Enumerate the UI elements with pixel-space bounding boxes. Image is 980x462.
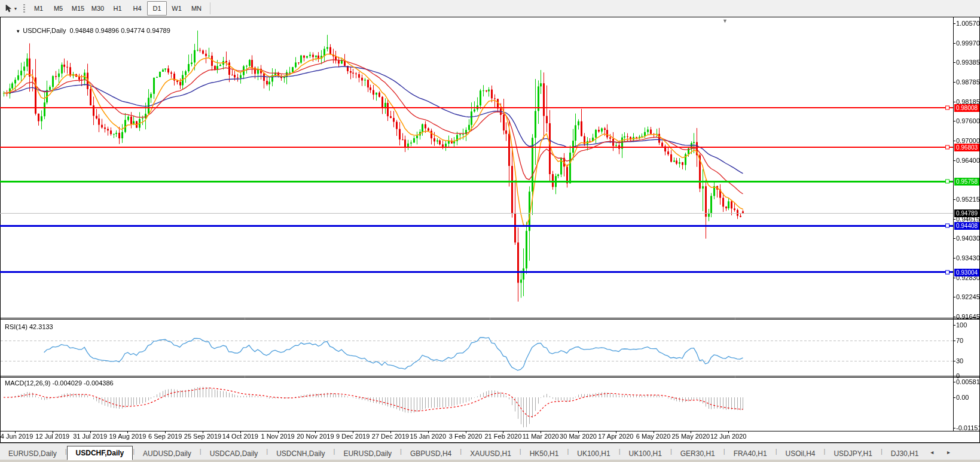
chart-tab-usoil-h4[interactable]: USOil,H4: [777, 448, 824, 460]
support-resistance-line[interactable]: [0, 225, 953, 227]
chart-tab-dj30-h1[interactable]: DJ30,H1: [883, 448, 927, 460]
timeframe-button-group: M1M5M15M30H1H4D1W1MN: [29, 1, 206, 16]
macd-axis-tick-label: 0.00: [956, 394, 969, 401]
timeframe-button-m5[interactable]: M5: [48, 1, 68, 16]
timeframe-button-d1[interactable]: D1: [147, 1, 167, 16]
price-chart-canvas[interactable]: [0, 17, 980, 443]
rsi-axis-tick-label: 70: [956, 337, 963, 344]
chart-tab-usdcad-daily[interactable]: USDCAD,Daily: [202, 448, 267, 460]
chart-tab-hk50-h1[interactable]: HK50,H1: [521, 448, 567, 460]
line-drag-handle[interactable]: [945, 180, 950, 184]
price-axis-tick-label: 1.00570: [956, 20, 980, 27]
price-axis-tick-label: 0.99385: [956, 59, 980, 66]
chart-tab-ger30-h1[interactable]: GER30,H1: [672, 448, 723, 460]
timeframe-button-m15[interactable]: M15: [68, 1, 88, 16]
cursor-tool-button[interactable]: ▾: [2, 3, 19, 14]
timeframe-button-m30[interactable]: M30: [88, 1, 108, 16]
rsi-axis-tick-label: 30: [956, 357, 963, 364]
price-axis-tick-label: 0.97600: [956, 117, 980, 124]
line-drag-handle[interactable]: [945, 270, 950, 274]
window-bottom-strip: [0, 460, 980, 462]
line-price-tag: 0.93004: [954, 269, 979, 276]
chart-tab-audusd-daily[interactable]: AUDUSD,Daily: [135, 448, 200, 460]
tab-scroll-arrows[interactable]: ◂ ▸: [930, 449, 956, 455]
chart-tab-bar: EURUSD,Daily|USDCHF,Daily|AUDUSD,Daily|U…: [0, 443, 980, 460]
chart-tab-gbpusd-h4[interactable]: GBPUSD,H4: [402, 448, 460, 460]
date-axis-label: 25 Sep 2019: [184, 433, 221, 440]
support-resistance-line[interactable]: [0, 181, 953, 183]
macd-axis-tick-label: -0.011514: [956, 424, 980, 431]
macd-axis-tick-label: 0.005818: [956, 378, 980, 385]
macd-indicator-label: MACD(12,26,9) -0.004029 -0.004386: [5, 379, 114, 387]
price-axis-tick-label: 0.93430: [956, 254, 980, 262]
timeframe-button-h4[interactable]: H4: [127, 1, 147, 16]
line-price-tag: 0.94408: [954, 222, 979, 230]
mt4-application-window: ▾ M1M5M15M30H1H4D1W1MN ▼USDCHF,Daily 0.9…: [0, 0, 980, 462]
date-axis-label: 25 May 2020: [672, 433, 710, 440]
timeframe-button-h1[interactable]: H1: [108, 1, 127, 16]
date-axis-label: 15 Jan 2020: [410, 433, 447, 440]
date-axis-label: 3 Feb 2020: [449, 433, 483, 440]
timeframe-button-m1[interactable]: M1: [29, 1, 48, 16]
date-axis-label: 6 May 2020: [636, 433, 670, 440]
cursor-crosshair-icon: [4, 4, 13, 13]
chart-tab-usdcnh-daily[interactable]: USDCNH,Daily: [268, 448, 333, 460]
collapse-triangle-icon[interactable]: ▼: [16, 29, 20, 34]
date-axis-label: 27 Dec 2019: [372, 433, 409, 440]
line-drag-handle[interactable]: [945, 145, 950, 149]
price-axis-tick-label: 0.94030: [956, 235, 980, 242]
chart-tab-uk100-h1[interactable]: UK100,H1: [569, 448, 618, 460]
current-price-line: [0, 213, 953, 214]
line-drag-handle[interactable]: [945, 105, 950, 110]
ohlc-low: 0.94774: [121, 27, 145, 34]
date-axis-label: 14 Oct 2019: [222, 433, 258, 440]
date-axis-label: 21 Feb 2020: [485, 433, 522, 440]
date-axis-label: 12 Jun 2020: [710, 433, 747, 440]
toolbar-grip-handle[interactable]: [23, 3, 25, 14]
date-axis-label: 12 Jul 2019: [35, 433, 69, 440]
chart-tab-usdchf-daily[interactable]: USDCHF,Daily: [67, 446, 133, 460]
date-axis-label: 1 Nov 2019: [261, 433, 294, 440]
timeframe-toolbar: ▾ M1M5M15M30H1H4D1W1MN: [0, 0, 980, 17]
chart-window: ▼USDCHF,Daily 0.94848 0.94896 0.94774 0.…: [0, 17, 980, 443]
price-axis-tick-label: 0.98785: [956, 78, 980, 86]
date-axis-label: 17 Apr 2020: [598, 433, 633, 440]
chart-symbol-period: USDCHF,Daily: [23, 27, 66, 34]
chart-tab-xauusd-h1[interactable]: XAUUSD,H1: [462, 448, 520, 460]
toolbar-separator: [210, 2, 210, 14]
chart-tab-uk100-h1[interactable]: UK100,H1: [621, 448, 670, 460]
chart-tab-fra40-h1[interactable]: FRA40,H1: [725, 448, 776, 460]
line-price-tag: 0.96803: [954, 144, 979, 151]
date-axis-label: 9 Dec 2019: [336, 433, 370, 440]
chart-title: ▼USDCHF,Daily 0.94848 0.94896 0.94774 0.…: [5, 20, 170, 41]
date-axis-label: 6 Sep 2019: [148, 433, 182, 440]
rsi-value: 42.3133: [29, 323, 53, 330]
price-axis-tick-label: 0.99970: [956, 39, 980, 47]
date-axis-label: 20 Nov 2019: [297, 433, 334, 440]
price-axis-tick-label: 0.92245: [956, 293, 980, 300]
macd-main-value: -0.004029: [52, 379, 82, 387]
chart-shift-marker-icon[interactable]: ▼: [722, 18, 728, 24]
ohlc-close: 0.94789: [146, 27, 170, 34]
price-axis-tick-label: 0.95215: [956, 196, 980, 203]
line-price-tag: 0.98008: [954, 104, 979, 112]
timeframe-button-w1[interactable]: W1: [167, 1, 187, 16]
chart-tab-eurusd-daily[interactable]: EURUSD,Daily: [335, 448, 400, 460]
support-resistance-line[interactable]: [0, 147, 953, 148]
support-resistance-line[interactable]: [0, 107, 953, 108]
date-axis-label: 30 Mar 2020: [560, 433, 597, 440]
timeframe-button-mn[interactable]: MN: [187, 1, 206, 16]
support-resistance-line[interactable]: [0, 271, 953, 273]
macd-signal-value: -0.004386: [84, 379, 114, 387]
line-drag-handle[interactable]: [945, 224, 950, 228]
chart-tab-eurusd-daily[interactable]: EURUSD,Daily: [0, 448, 65, 460]
price-axis-tick-label: 0.91645: [956, 313, 980, 320]
line-price-tag: 0.95758: [954, 178, 979, 186]
price-axis-tick-label: 0.96400: [956, 157, 980, 164]
chevron-down-icon[interactable]: ▾: [14, 6, 17, 11]
current-price-tag: 0.94789: [954, 209, 979, 217]
date-axis-label: 31 Jul 2019: [73, 433, 107, 440]
date-axis-label: 24 Jun 2019: [0, 433, 33, 440]
rsi-indicator-label: RSI(14) 42.3133: [5, 323, 53, 330]
chart-tab-usdjpy-h1[interactable]: USDJPY,H1: [825, 448, 880, 460]
